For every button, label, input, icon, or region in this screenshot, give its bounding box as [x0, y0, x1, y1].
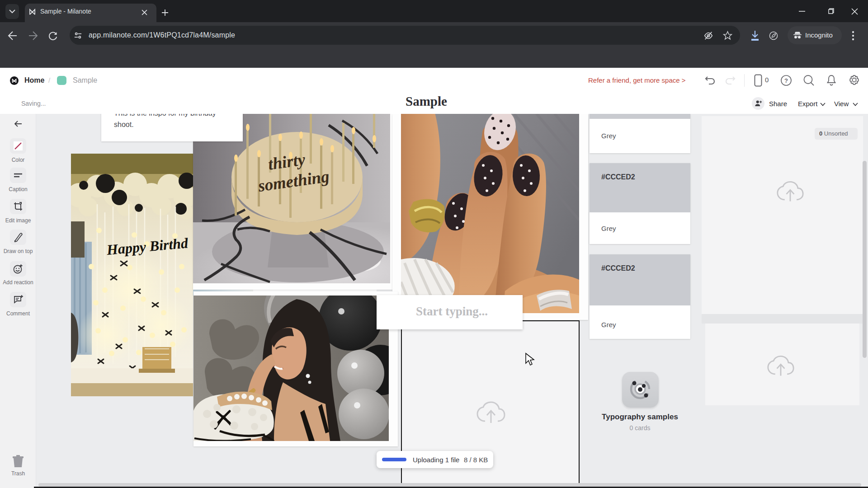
svg-text:?: ?: [784, 77, 788, 84]
